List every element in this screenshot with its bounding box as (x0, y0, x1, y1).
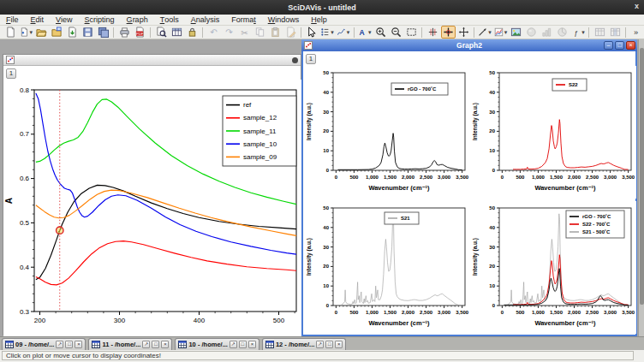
svg-text:3,000: 3,000 (438, 310, 451, 315)
graph2-window[interactable]: Graph2 – □ × 1 05001,0001,5002,0002,5003… (301, 39, 637, 336)
menu-help[interactable]: Help (305, 15, 333, 26)
data-reader-icon[interactable] (441, 26, 456, 39)
close-window-icon[interactable]: x (635, 2, 639, 10)
svg-text:S21 - 500˚C: S21 - 500˚C (582, 229, 611, 234)
zoom-out-icon[interactable] (389, 26, 403, 39)
svg-text:500: 500 (349, 175, 359, 180)
svg-text:1,000: 1,000 (366, 175, 379, 180)
save-template-icon[interactable] (96, 26, 110, 39)
plot-pie-icon (555, 26, 569, 39)
close-icon[interactable]: × (626, 41, 635, 50)
tab-restore-icon[interactable]: ↗ (230, 341, 237, 348)
plot-legend[interactable]: S21 (385, 212, 419, 224)
svg-text:Wavenumber (cm⁻¹): Wavenumber (cm⁻¹) (534, 319, 596, 327)
tab-maximize-icon[interactable]: □ (65, 341, 73, 348)
menu-tools[interactable]: Tools (154, 15, 185, 26)
export-pdf-icon[interactable]: PDF (133, 26, 147, 39)
svg-text:3,000: 3,000 (438, 175, 451, 180)
tab-restore-icon[interactable]: ↗ (56, 341, 63, 348)
zoom-in-icon[interactable] (373, 26, 388, 39)
project-explorer-icon[interactable] (154, 26, 169, 39)
maximize-icon[interactable]: □ (615, 41, 624, 50)
menu-file[interactable]: File (0, 15, 25, 26)
graph2-titlebar[interactable]: Graph2 – □ × (301, 39, 637, 51)
tab-close-icon[interactable]: × (75, 341, 82, 348)
window-tab[interactable]: 09 - /home/...↗□× (2, 338, 86, 350)
menu-graph[interactable]: Graph (121, 15, 154, 26)
tab-close-icon[interactable]: × (248, 341, 256, 348)
raman-subplot-top-left[interactable]: 05001,0001,5002,0002,5003,0003,500010203… (304, 66, 470, 201)
left-window-control-button[interactable] (292, 57, 298, 63)
graph2-layer-button[interactable]: 1 (306, 54, 316, 64)
data-reader-marker[interactable] (57, 227, 63, 234)
menu-format[interactable]: Format (225, 15, 262, 26)
tab-close-icon[interactable]: × (335, 341, 343, 348)
open-template-icon[interactable] (50, 26, 64, 39)
tab-maximize-icon[interactable]: □ (325, 341, 333, 348)
plot-legend[interactable]: rGO - 700˚CS22 - 700˚CS21 - 500˚C (566, 211, 624, 238)
svg-text:1,500: 1,500 (550, 310, 564, 315)
save-project-icon[interactable] (80, 26, 95, 39)
svg-text:sample_09: sample_09 (243, 153, 277, 161)
tab-restore-icon[interactable]: ↗ (142, 341, 150, 348)
draw-line-icon[interactable]: ▾ (477, 26, 492, 39)
show-table-icon[interactable] (170, 26, 184, 39)
svg-text:300: 300 (114, 317, 126, 324)
menu-view[interactable]: View (50, 15, 79, 26)
svg-text:2,500: 2,500 (586, 310, 599, 315)
plot-legend[interactable]: S22 (552, 79, 587, 91)
uvvis-window-titlebar[interactable] (3, 55, 301, 66)
tab-maximize-icon[interactable]: □ (239, 341, 247, 348)
add-image-icon[interactable] (509, 26, 523, 39)
scrollbar-thumb[interactable] (640, 48, 644, 305)
lock-toolbars-icon[interactable] (185, 26, 200, 39)
open-project-icon[interactable] (34, 26, 49, 39)
svg-text:0.5: 0.5 (20, 219, 30, 227)
toolbar-separator (150, 27, 151, 38)
raman-subplot-top-right[interactable]: 05001,0001,5002,0002,5003,0003,500010203… (470, 66, 636, 201)
tab-close-icon[interactable]: × (161, 341, 169, 348)
svg-text:3,500: 3,500 (456, 310, 469, 315)
svg-text:1,500: 1,500 (384, 310, 397, 315)
add-curve-icon[interactable]: ▾ (493, 26, 508, 39)
plot-legend[interactable]: refsample_12sample_11sample_10sample_09 (223, 96, 296, 166)
window-tab[interactable]: 10 - /home/...↗□× (175, 338, 259, 350)
text-tool-icon[interactable]: A▾ (357, 26, 372, 39)
plot-legend[interactable]: rGO - 700˚C (391, 83, 448, 95)
curve-style-icon[interactable]: ▾ (336, 26, 350, 39)
plot-window-icon (6, 56, 15, 64)
svg-text:400: 400 (194, 317, 206, 324)
new-project-icon[interactable] (3, 26, 18, 39)
svg-text:2,000: 2,000 (568, 175, 581, 180)
tab-maximize-icon[interactable]: □ (152, 341, 159, 348)
uvvis-layer-button[interactable]: 1 (6, 68, 16, 79)
window-tab[interactable]: 11 - /home/...↗□× (88, 338, 172, 350)
minimize-icon[interactable]: – (604, 41, 613, 50)
pointer-icon[interactable] (304, 26, 319, 39)
paste-icon (268, 26, 283, 39)
select-data-range-icon[interactable] (426, 26, 440, 39)
toolbar-overflow-icon[interactable]: » (629, 26, 643, 39)
svg-text:ƒ: ƒ (575, 29, 579, 37)
mdi-vertical-scrollbar[interactable] (638, 39, 644, 336)
import-ascii-icon[interactable] (65, 26, 80, 39)
print-icon[interactable] (117, 26, 132, 39)
menu-windows[interactable]: Windows (262, 15, 306, 26)
menu-analysis[interactable]: Analysis (185, 15, 226, 26)
tab-restore-icon[interactable]: ↗ (316, 341, 324, 348)
svg-text:sample_10: sample_10 (243, 140, 277, 148)
add-function-icon[interactable]: ƒ▾ (570, 26, 585, 39)
menu-scripting[interactable]: Scripting (79, 15, 121, 26)
menu-edit[interactable]: Edit (25, 15, 51, 26)
window-tab[interactable]: 12 - /home/...↗□× (262, 338, 346, 350)
svg-text:PDF: PDF (136, 32, 144, 36)
raman-subplot-bottom-right[interactable]: 05001,0001,5002,0002,5003,0003,500010203… (470, 201, 636, 336)
uvvis-plot[interactable]: 2003004005000.30.40.50.60.70.8Arefsample… (3, 80, 302, 336)
raman-subplot-bottom-left[interactable]: 05001,0001,5002,0002,5003,0003,500010203… (304, 201, 470, 336)
uvvis-window[interactable]: 1 2003004005000.30.40.50.60.70.8Arefsamp… (3, 54, 301, 335)
new-aspect-icon[interactable]: ▾ (19, 26, 33, 39)
rescale-icon[interactable] (404, 26, 419, 39)
curve-symbol-icon[interactable]: ▾ (319, 26, 334, 39)
titlebar[interactable]: SciDAVis - untitled x (0, 0, 644, 15)
move-data-points-icon[interactable] (456, 26, 471, 39)
